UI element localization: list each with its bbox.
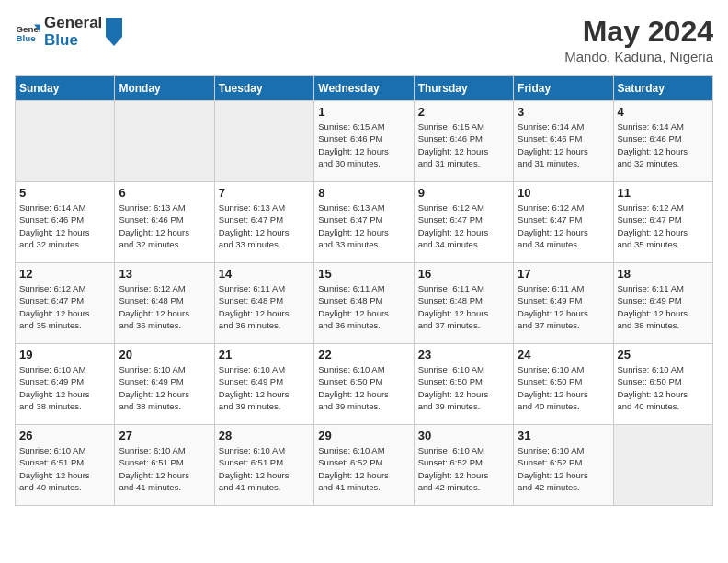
day-cell (214, 101, 313, 182)
day-number: 9 (418, 186, 509, 200)
day-info: Sunrise: 6:10 AM Sunset: 6:49 PM Dayligh… (119, 363, 210, 412)
day-number: 22 (318, 348, 409, 362)
column-header-wednesday: Wednesday (314, 76, 414, 101)
day-cell: 11Sunrise: 6:12 AM Sunset: 6:47 PM Dayli… (613, 182, 712, 263)
week-row-1: 1Sunrise: 6:15 AM Sunset: 6:46 PM Daylig… (16, 101, 713, 182)
day-cell: 7Sunrise: 6:13 AM Sunset: 6:47 PM Daylig… (214, 182, 313, 263)
day-cell: 15Sunrise: 6:11 AM Sunset: 6:48 PM Dayli… (314, 263, 414, 344)
day-info: Sunrise: 6:10 AM Sunset: 6:52 PM Dayligh… (418, 444, 509, 493)
day-info: Sunrise: 6:12 AM Sunset: 6:47 PM Dayligh… (19, 282, 110, 331)
day-number: 27 (119, 429, 210, 442)
column-header-saturday: Saturday (613, 76, 712, 101)
title-area: May 2024 Mando, Kaduna, Nigeria (564, 15, 713, 64)
day-number: 29 (318, 429, 409, 442)
column-header-tuesday: Tuesday (214, 76, 313, 101)
day-info: Sunrise: 6:14 AM Sunset: 6:46 PM Dayligh… (618, 121, 709, 169)
month-title: May 2024 (564, 15, 713, 49)
day-info: Sunrise: 6:15 AM Sunset: 6:46 PM Dayligh… (418, 121, 509, 169)
header-row: SundayMondayTuesdayWednesdayThursdayFrid… (16, 76, 713, 101)
day-info: Sunrise: 6:10 AM Sunset: 6:51 PM Dayligh… (219, 444, 310, 493)
day-number: 12 (19, 267, 110, 281)
day-info: Sunrise: 6:11 AM Sunset: 6:49 PM Dayligh… (518, 282, 609, 331)
day-cell: 27Sunrise: 6:10 AM Sunset: 6:51 PM Dayli… (115, 425, 214, 506)
day-number: 2 (418, 105, 509, 119)
day-info: Sunrise: 6:10 AM Sunset: 6:50 PM Dayligh… (518, 363, 609, 412)
day-cell: 6Sunrise: 6:13 AM Sunset: 6:46 PM Daylig… (115, 182, 214, 263)
day-cell: 25Sunrise: 6:10 AM Sunset: 6:50 PM Dayli… (613, 344, 712, 425)
day-number: 23 (418, 348, 509, 362)
day-number: 1 (318, 105, 409, 119)
day-cell: 18Sunrise: 6:11 AM Sunset: 6:49 PM Dayli… (613, 263, 712, 344)
day-cell: 12Sunrise: 6:12 AM Sunset: 6:47 PM Dayli… (16, 263, 115, 344)
day-number: 5 (19, 186, 110, 200)
day-number: 25 (618, 348, 709, 362)
column-header-monday: Monday (115, 76, 214, 101)
day-cell: 21Sunrise: 6:10 AM Sunset: 6:49 PM Dayli… (214, 344, 313, 425)
day-info: Sunrise: 6:12 AM Sunset: 6:48 PM Dayligh… (119, 282, 210, 331)
day-cell: 31Sunrise: 6:10 AM Sunset: 6:52 PM Dayli… (514, 425, 613, 506)
day-number: 31 (518, 429, 609, 442)
day-info: Sunrise: 6:10 AM Sunset: 6:50 PM Dayligh… (618, 363, 709, 412)
day-number: 16 (418, 267, 509, 281)
day-info: Sunrise: 6:11 AM Sunset: 6:48 PM Dayligh… (418, 282, 509, 331)
logo: General Blue General Blue (15, 15, 122, 49)
day-cell (115, 101, 214, 182)
header: General Blue General Blue May 2024 Mando… (15, 15, 713, 64)
week-row-3: 12Sunrise: 6:12 AM Sunset: 6:47 PM Dayli… (16, 263, 713, 344)
day-cell: 24Sunrise: 6:10 AM Sunset: 6:50 PM Dayli… (514, 344, 613, 425)
day-number: 4 (618, 105, 709, 119)
day-number: 6 (119, 186, 210, 200)
day-info: Sunrise: 6:11 AM Sunset: 6:48 PM Dayligh… (219, 282, 310, 331)
day-info: Sunrise: 6:13 AM Sunset: 6:46 PM Dayligh… (119, 201, 210, 250)
day-cell: 4Sunrise: 6:14 AM Sunset: 6:46 PM Daylig… (613, 101, 712, 182)
day-number: 20 (119, 348, 210, 362)
day-number: 8 (318, 186, 409, 200)
day-cell (613, 425, 712, 506)
day-cell: 14Sunrise: 6:11 AM Sunset: 6:48 PM Dayli… (214, 263, 313, 344)
day-number: 18 (618, 267, 709, 281)
logo-blue: Blue (44, 32, 102, 50)
column-header-sunday: Sunday (16, 76, 115, 101)
week-row-5: 26Sunrise: 6:10 AM Sunset: 6:51 PM Dayli… (16, 425, 713, 506)
calendar-table: SundayMondayTuesdayWednesdayThursdayFrid… (15, 75, 713, 506)
logo-arrow-icon (106, 18, 122, 46)
column-header-thursday: Thursday (414, 76, 513, 101)
day-info: Sunrise: 6:10 AM Sunset: 6:52 PM Dayligh… (318, 444, 409, 493)
day-number: 28 (219, 429, 310, 442)
day-cell: 26Sunrise: 6:10 AM Sunset: 6:51 PM Dayli… (16, 425, 115, 506)
day-info: Sunrise: 6:12 AM Sunset: 6:47 PM Dayligh… (518, 201, 609, 250)
day-info: Sunrise: 6:10 AM Sunset: 6:50 PM Dayligh… (418, 363, 509, 412)
day-cell: 30Sunrise: 6:10 AM Sunset: 6:52 PM Dayli… (414, 425, 513, 506)
day-cell: 2Sunrise: 6:15 AM Sunset: 6:46 PM Daylig… (414, 101, 513, 182)
day-number: 17 (518, 267, 609, 281)
day-number: 26 (19, 429, 110, 442)
day-cell: 28Sunrise: 6:10 AM Sunset: 6:51 PM Dayli… (214, 425, 313, 506)
column-header-friday: Friday (514, 76, 613, 101)
logo-general: General (44, 15, 102, 32)
day-cell: 16Sunrise: 6:11 AM Sunset: 6:48 PM Dayli… (414, 263, 513, 344)
day-cell: 9Sunrise: 6:12 AM Sunset: 6:47 PM Daylig… (414, 182, 513, 263)
svg-text:Blue: Blue (16, 32, 36, 42)
day-info: Sunrise: 6:10 AM Sunset: 6:50 PM Dayligh… (318, 363, 409, 412)
day-info: Sunrise: 6:10 AM Sunset: 6:51 PM Dayligh… (119, 444, 210, 493)
day-info: Sunrise: 6:12 AM Sunset: 6:47 PM Dayligh… (618, 201, 709, 250)
day-cell: 29Sunrise: 6:10 AM Sunset: 6:52 PM Dayli… (314, 425, 414, 506)
day-info: Sunrise: 6:14 AM Sunset: 6:46 PM Dayligh… (19, 201, 110, 250)
day-info: Sunrise: 6:14 AM Sunset: 6:46 PM Dayligh… (518, 121, 609, 169)
svg-marker-3 (106, 18, 122, 46)
week-row-2: 5Sunrise: 6:14 AM Sunset: 6:46 PM Daylig… (16, 182, 713, 263)
day-cell: 10Sunrise: 6:12 AM Sunset: 6:47 PM Dayli… (514, 182, 613, 263)
day-info: Sunrise: 6:12 AM Sunset: 6:47 PM Dayligh… (418, 201, 509, 250)
day-info: Sunrise: 6:10 AM Sunset: 6:51 PM Dayligh… (19, 444, 110, 493)
day-number: 15 (318, 267, 409, 281)
day-info: Sunrise: 6:13 AM Sunset: 6:47 PM Dayligh… (219, 201, 310, 250)
day-cell: 1Sunrise: 6:15 AM Sunset: 6:46 PM Daylig… (314, 101, 414, 182)
day-number: 19 (19, 348, 110, 362)
day-number: 30 (418, 429, 509, 442)
day-number: 24 (518, 348, 609, 362)
day-number: 11 (618, 186, 709, 200)
week-row-4: 19Sunrise: 6:10 AM Sunset: 6:49 PM Dayli… (16, 344, 713, 425)
day-info: Sunrise: 6:15 AM Sunset: 6:46 PM Dayligh… (318, 121, 409, 169)
day-cell: 23Sunrise: 6:10 AM Sunset: 6:50 PM Dayli… (414, 344, 513, 425)
day-info: Sunrise: 6:11 AM Sunset: 6:48 PM Dayligh… (318, 282, 409, 331)
